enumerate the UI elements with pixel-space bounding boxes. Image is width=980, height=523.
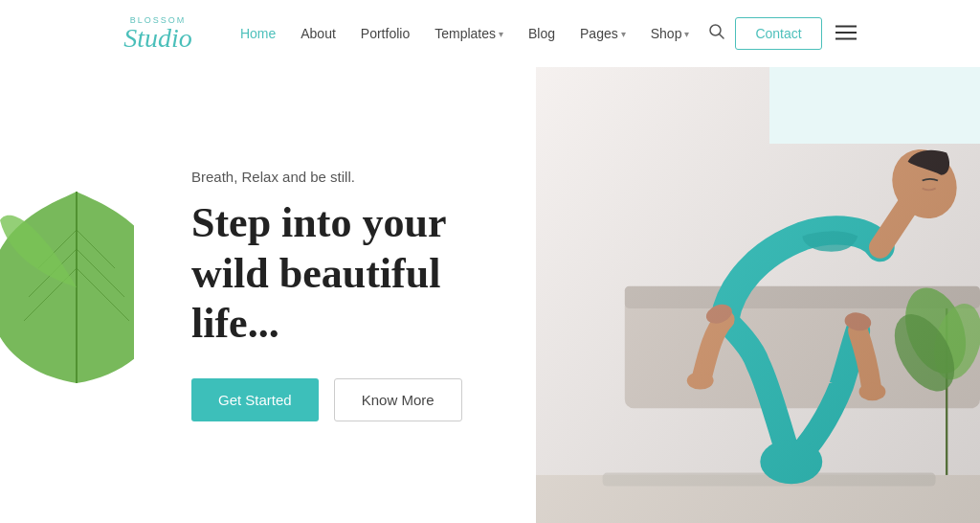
nav-about[interactable]: About	[291, 22, 345, 45]
nav-portfolio[interactable]: Portfolio	[351, 22, 419, 45]
teal-accent-block	[769, 67, 980, 144]
hamburger-icon[interactable]	[835, 23, 857, 44]
search-icon[interactable]	[708, 23, 725, 44]
nav-shop[interactable]: Shop ▾	[641, 22, 700, 45]
nav-templates[interactable]: Templates ▾	[425, 22, 513, 45]
svg-line-1	[720, 34, 724, 39]
logo[interactable]: BLOSSOM Studio	[123, 15, 192, 52]
nav-home[interactable]: Home	[231, 22, 285, 45]
nav-blog[interactable]: Blog	[519, 22, 565, 45]
header: BLOSSOM Studio Home About Portfolio Temp…	[0, 0, 980, 67]
shop-chevron-icon: ▾	[684, 29, 689, 39]
pages-chevron-icon: ▾	[621, 29, 626, 39]
hero-subtitle: Breath, Relax and be still.	[191, 169, 498, 185]
main-nav: Home About Portfolio Templates ▾ Blog Pa…	[231, 22, 700, 45]
get-started-button[interactable]: Get Started	[191, 378, 319, 421]
hero-title: Step into your wild beautiful life...	[191, 198, 498, 350]
know-more-button[interactable]: Know More	[334, 378, 462, 421]
templates-chevron-icon: ▾	[499, 29, 503, 39]
logo-script-text: Studio	[123, 25, 192, 52]
contact-button[interactable]: Contact	[735, 17, 821, 50]
hero-section: Breath, Relax and be still. Step into yo…	[0, 67, 980, 523]
hero-text-area: Breath, Relax and be still. Step into yo…	[0, 67, 536, 523]
nav-pages[interactable]: Pages ▾	[570, 22, 635, 45]
hero-buttons: Get Started Know More	[191, 378, 498, 421]
